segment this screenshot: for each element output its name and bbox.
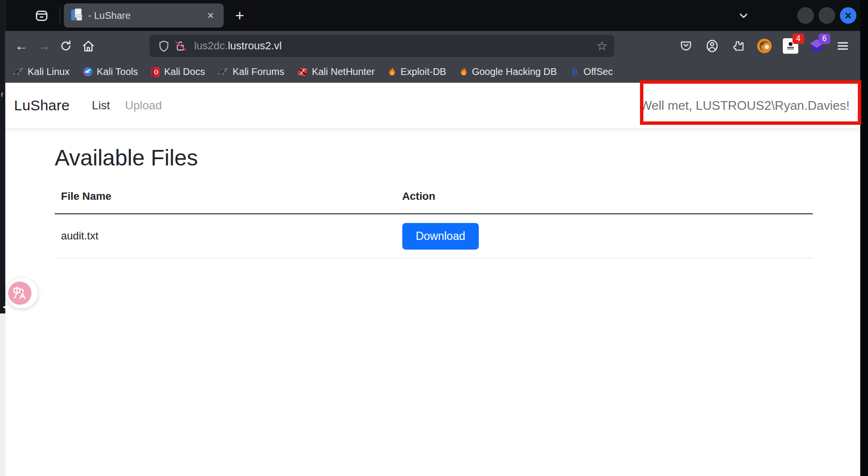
bookmark-label: Kali Forums [232, 66, 284, 77]
window-close-icon: ✕ [844, 10, 852, 21]
extensions-button[interactable] [729, 36, 748, 56]
pocket-button[interactable] [676, 36, 696, 56]
navigation-toolbar: ← → [5, 31, 860, 61]
kali-docs-icon [151, 67, 160, 77]
tab-favicon [71, 8, 83, 23]
bookmarks-bar: Kali Linux Kali Tools Kali Docs [5, 61, 860, 83]
nav-link-list[interactable]: List [92, 99, 110, 112]
tab-bar: - LuShare × + ✕ [5, 0, 860, 31]
extension-layers-button[interactable]: 6 [807, 36, 826, 56]
kali-dragon-icon [13, 67, 24, 77]
download-button[interactable]: Download [402, 223, 479, 250]
list-all-tabs-button[interactable] [737, 9, 750, 22]
bookmark-label: Exploit-DB [400, 66, 446, 77]
url-bar[interactable]: lus2dc.lustrous2.vl ☆ [150, 35, 614, 57]
url-subdomain: lus2dc. [194, 40, 228, 52]
kali-tools-icon [83, 67, 93, 77]
tab-separator [60, 6, 60, 25]
offsec-icon [570, 67, 579, 77]
bookmark-label: Kali Linux [28, 66, 70, 77]
home-button[interactable] [77, 35, 99, 57]
bookmark-label: Kali NetHunter [312, 66, 375, 77]
chevron-down-icon [737, 9, 750, 22]
page-title: Available Files [55, 145, 813, 171]
annotation-red-box [640, 80, 861, 125]
column-header-action: Action [396, 189, 813, 214]
kali-nethunter-icon [297, 67, 308, 77]
background-window-dark-area [0, 0, 5, 313]
bookmark-kali-docs[interactable]: Kali Docs [151, 66, 205, 77]
menu-button[interactable] [833, 36, 853, 56]
files-table: File Name Action audit.txt Download [55, 189, 813, 258]
nav-link-upload[interactable]: Upload [125, 99, 162, 112]
forward-button[interactable]: → [32, 35, 55, 57]
desktop: r - LuShare × [0, 0, 868, 476]
tracking-protection-shield-icon[interactable] [155, 38, 172, 54]
home-icon [82, 40, 95, 53]
tab-title: - LuShare [88, 10, 203, 21]
url-domain: lustrous2.vl [228, 40, 282, 52]
hamburger-icon [836, 39, 850, 53]
puzzle-icon [731, 39, 745, 53]
account-icon [705, 39, 719, 53]
flame-icon [388, 67, 396, 77]
extension-notes-button[interactable]: 4 [781, 36, 800, 56]
firefox-window: - LuShare × + ✕ ← → [5, 0, 860, 476]
bookmark-kali-linux[interactable]: Kali Linux [13, 66, 70, 77]
bookmark-kali-forums[interactable]: Kali Forums [218, 66, 284, 77]
maximize-button[interactable] [819, 7, 835, 24]
background-dot [3, 306, 5, 308]
page-viewport: LuShare List Upload Well met, LUSTROUS2\… [5, 83, 860, 476]
extension-orange-icon [756, 38, 773, 54]
tab-close-button[interactable]: × [203, 8, 218, 23]
background-text-fragment: r [1, 90, 3, 98]
bookmark-label: Kali Tools [97, 66, 138, 77]
extension-badge: 6 [819, 33, 830, 44]
bookmark-google-hacking-db[interactable]: Google Hacking DB [459, 66, 557, 77]
account-button[interactable] [702, 36, 722, 56]
bookmark-label: Kali Docs [164, 66, 205, 77]
bookmark-kali-tools[interactable]: Kali Tools [83, 66, 138, 77]
column-header-file-name: File Name [55, 189, 396, 214]
table-row: audit.txt Download [55, 214, 813, 258]
bookmark-label: Google Hacking DB [472, 66, 557, 77]
bookmark-kali-nethunter[interactable]: Kali NetHunter [297, 66, 375, 77]
minimize-button[interactable] [797, 7, 814, 24]
pocket-icon [679, 39, 693, 53]
firefox-view-button[interactable] [30, 4, 53, 27]
bookmark-label: OffSec [583, 66, 613, 77]
bookmark-exploit-db[interactable]: Exploit-DB [388, 66, 446, 77]
background-window-sliver [0, 0, 5, 476]
bookmark-star-icon[interactable]: ☆ [596, 39, 608, 54]
site-brand[interactable]: LuShare [14, 97, 70, 114]
back-button[interactable]: ← [10, 35, 32, 57]
translate-icon [8, 282, 31, 305]
flame-icon [459, 67, 468, 77]
insecure-lock-icon[interactable] [172, 38, 188, 54]
url-text[interactable]: lus2dc.lustrous2.vl [194, 40, 596, 52]
reload-icon [60, 40, 72, 52]
reload-button[interactable] [55, 35, 77, 57]
kali-dragon-icon [218, 67, 228, 77]
firefox-view-icon [34, 8, 49, 23]
extension-badge: 4 [792, 33, 804, 44]
desktop-right-edge [860, 0, 868, 476]
bookmark-offsec[interactable]: OffSec [570, 66, 613, 77]
new-tab-button[interactable]: + [229, 5, 250, 26]
file-name-cell: audit.txt [55, 214, 396, 258]
extension-orange-button[interactable] [755, 36, 774, 56]
window-close-button[interactable]: ✕ [840, 7, 856, 24]
page-main: Available Files File Name Action audit.t… [5, 129, 860, 258]
tab-lushare[interactable]: - LuShare × [64, 3, 224, 28]
translate-fab[interactable] [6, 278, 38, 308]
